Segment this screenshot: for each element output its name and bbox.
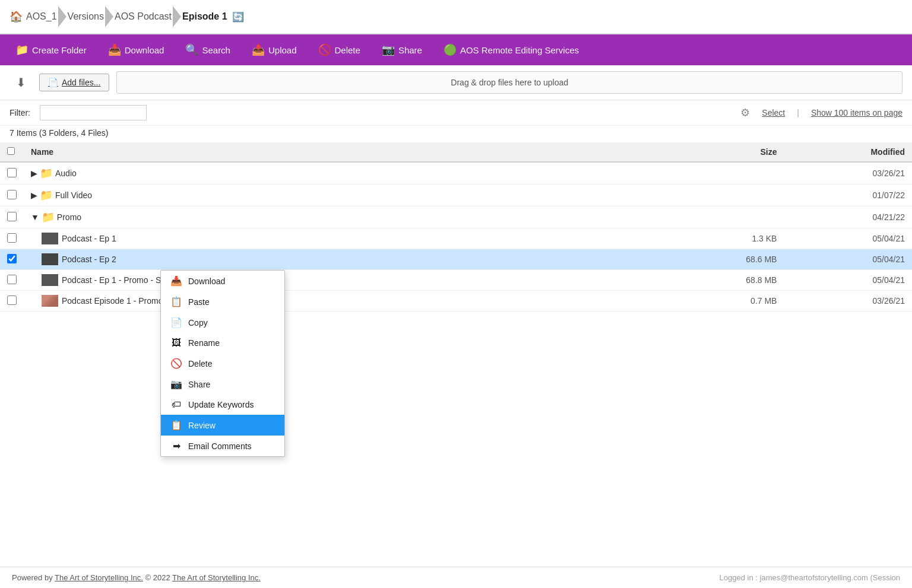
row-checkbox[interactable] — [7, 168, 17, 177]
file-modified: 01/07/22 — [784, 185, 912, 206]
filter-label: Filter: — [10, 108, 30, 117]
breadcrumb-separator — [173, 6, 181, 27]
cm-label-ctx-share: Share — [188, 380, 210, 389]
delete-button[interactable]: 🚫 Delete — [308, 39, 371, 61]
cm-icon-ctx-paste: 📋 — [170, 296, 182, 307]
row-checkbox[interactable] — [7, 295, 17, 305]
breadcrumb-separator — [58, 6, 66, 27]
folder-expander[interactable]: ▶ — [31, 169, 37, 178]
file-name[interactable]: Audio — [55, 169, 77, 178]
upload-arrow-button[interactable]: ⬇ — [10, 71, 32, 94]
file-list: ▶ 📁 Audio 03/26/21 ▶ 📁 Full Video 01/07/… — [0, 162, 912, 312]
share-button[interactable]: 📷 Share — [371, 39, 433, 61]
footer: Powered by The Art of Storytelling Inc. … — [0, 567, 912, 588]
folder-expander[interactable]: ▶ — [31, 190, 37, 200]
table-header-row: Name Size Modified — [0, 142, 912, 162]
create-folder-icon: 📁 — [15, 43, 28, 56]
select-all-checkbox[interactable] — [7, 147, 15, 155]
table-row: ▶ 📁 Full Video 01/07/22 — [0, 185, 912, 206]
context-menu-item-ctx-rename[interactable]: 🖼 Rename — [161, 333, 284, 353]
add-files-button[interactable]: 📄 Add files... — [39, 74, 109, 91]
show-items-link[interactable]: Show 100 items on page — [811, 108, 902, 117]
context-menu-item-ctx-paste[interactable]: 📋 Paste — [161, 291, 284, 312]
footer-company2-link[interactable]: The Art of Storytelling Inc. — [172, 573, 261, 582]
download-button[interactable]: 📥 Download — [97, 39, 175, 61]
folder-icon: 📁 — [40, 189, 53, 202]
cm-label-ctx-rename: Rename — [188, 338, 220, 348]
table-row: Podcast Episode 1 - Promo.00_00_24_07.St… — [0, 291, 912, 312]
create-folder-button[interactable]: 📁 Create Folder — [5, 39, 97, 61]
file-size — [664, 185, 784, 206]
file-thumbnail — [42, 253, 58, 265]
gear-icon[interactable]: ⚙ — [740, 106, 750, 119]
file-size: 68.8 MB — [664, 270, 784, 291]
breadcrumb-item-versions[interactable]: Versions — [68, 11, 104, 22]
upload-button[interactable]: 📤 Upload — [241, 39, 308, 61]
home-icon: 🏠 — [10, 10, 23, 23]
row-checkbox[interactable] — [7, 233, 17, 243]
col-size: Size — [664, 142, 784, 162]
context-menu-item-ctx-share[interactable]: 📷 Share — [161, 374, 284, 395]
folder-expander[interactable]: ▼ — [31, 212, 39, 222]
file-thumbnail — [42, 295, 58, 307]
cm-icon-ctx-download: 📥 — [170, 275, 182, 287]
row-checkbox[interactable] — [7, 212, 17, 221]
footer-company1-link[interactable]: The Art of Storytelling Inc. — [55, 573, 143, 582]
breadcrumb-label-aos1: AOS_1 — [26, 11, 57, 22]
table-row: ▼ 📁 Promo 04/21/22 — [0, 206, 912, 228]
create-folder-label: Create Folder — [32, 45, 87, 55]
breadcrumb-item-aos1[interactable]: 🏠 AOS_1 — [10, 10, 57, 23]
col-name[interactable]: Name — [24, 142, 486, 162]
file-size: 0.7 MB — [664, 291, 784, 312]
file-modified: 03/26/21 — [784, 162, 912, 185]
file-thumbnail — [42, 233, 58, 244]
upload-label: Upload — [268, 45, 297, 55]
file-modified: 05/04/21 — [784, 249, 912, 270]
row-checkbox[interactable] — [7, 190, 17, 199]
breadcrumb-label-episode1: Episode 1 — [182, 11, 227, 22]
download-icon: 📥 — [108, 43, 121, 56]
file-thumbnail — [42, 274, 58, 286]
select-link[interactable]: Select — [762, 108, 785, 117]
drag-drop-zone[interactable]: Drag & drop files here to upload — [116, 71, 902, 94]
context-menu-item-ctx-download[interactable]: 📥 Download — [161, 271, 284, 291]
col-spacer — [486, 142, 664, 162]
context-menu-item-ctx-delete[interactable]: 🚫 Delete — [161, 353, 284, 374]
context-menu-item-ctx-update-keywords[interactable]: 🏷 Update Keywords — [161, 395, 284, 415]
context-menu: 📥 Download 📋 Paste 📄 Copy 🖼 Rename 🚫 Del… — [160, 270, 285, 457]
file-name[interactable]: Full Video — [55, 190, 92, 200]
delete-icon: 🚫 — [318, 43, 331, 56]
row-checkbox[interactable] — [7, 275, 17, 284]
share-icon: 📷 — [382, 43, 395, 56]
breadcrumb-item-episode1[interactable]: Episode 1 🔄 — [182, 11, 244, 23]
cm-label-ctx-email-comments: Email Comments — [188, 441, 252, 451]
row-checkbox[interactable] — [7, 254, 17, 263]
filter-input[interactable] — [40, 105, 147, 120]
table-row: Podcast - Ep 1 1.3 KB05/04/21 — [0, 228, 912, 249]
file-name[interactable]: Podcast - Ep 2 — [62, 255, 116, 264]
folder-icon: 📁 — [42, 211, 55, 224]
search-button[interactable]: 🔍 Search — [175, 39, 241, 61]
file-size: 1.3 KB — [664, 228, 784, 249]
file-size — [664, 206, 784, 228]
breadcrumb-item-podcast[interactable]: AOS Podcast — [115, 11, 172, 22]
file-table: Name Size Modified ▶ 📁 Audio 03/26/21 ▶ … — [0, 142, 912, 312]
aos-remote-icon: 🟢 — [444, 43, 457, 56]
context-menu-item-ctx-review[interactable]: 📋 Review — [161, 415, 284, 436]
file-name[interactable]: Podcast - Ep 1 — [62, 234, 116, 243]
download-label: Download — [125, 45, 164, 55]
file-modified: 03/26/21 — [784, 291, 912, 312]
breadcrumb: 🏠 AOS_1 Versions AOS Podcast Episode 1 🔄 — [0, 0, 912, 34]
filter-row: Filter: ⚙ Select | Show 100 items on pag… — [0, 100, 912, 126]
context-menu-item-ctx-copy[interactable]: 📄 Copy — [161, 312, 284, 333]
file-size — [664, 162, 784, 185]
cm-label-ctx-update-keywords: Update Keywords — [188, 400, 254, 409]
context-menu-item-ctx-email-comments[interactable]: ➡ Email Comments — [161, 436, 284, 456]
refresh-icon[interactable]: 🔄 — [232, 11, 244, 23]
cm-label-ctx-paste: Paste — [188, 297, 210, 307]
file-name[interactable]: Promo — [57, 212, 81, 222]
breadcrumb-separator — [105, 6, 113, 27]
breadcrumb-label-versions: Versions — [68, 11, 104, 22]
cm-icon-ctx-email-comments: ➡ — [170, 440, 182, 452]
aos-remote-button[interactable]: 🟢 AOS Remote Editing Services — [433, 39, 590, 61]
